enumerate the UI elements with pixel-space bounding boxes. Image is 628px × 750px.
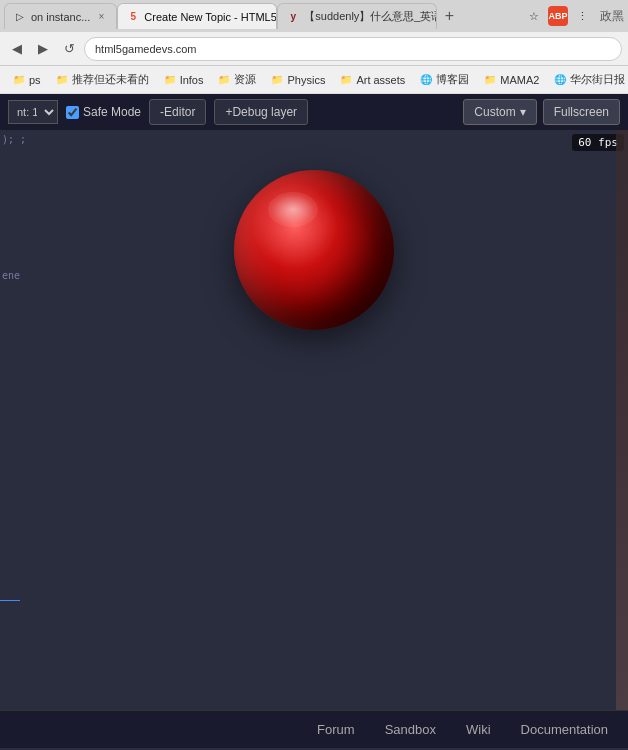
canvas-area: ); ; ene 60 fps <box>0 130 628 710</box>
address-text: html5gamedevs.com <box>95 43 197 55</box>
tab-3[interactable]: y 【suddenly】什么意思_英语su... × <box>277 3 437 29</box>
back-button[interactable]: ◀ <box>6 38 28 60</box>
tab-1-label: on instanc... <box>31 11 90 23</box>
font-size-select[interactable]: nt: 12 <box>8 100 58 124</box>
fullscreen-button[interactable]: Fullscreen <box>543 99 620 125</box>
bookmark-wsj-label: 华尔街日报 <box>570 72 625 87</box>
bookmark-physics-label: Physics <box>287 74 325 86</box>
ball-highlight <box>268 192 318 227</box>
bookmark-wsj[interactable]: 🌐 华尔街日报 <box>547 70 628 89</box>
bookmark-mama2-icon: 📁 <box>483 73 497 87</box>
code-line-1: ); ; <box>2 134 26 145</box>
new-tab-button[interactable]: + <box>437 4 461 28</box>
safe-mode-toggle[interactable]: Safe Mode <box>66 105 141 119</box>
bookmark-art-assets[interactable]: 📁 Art assets <box>333 71 411 89</box>
tab-2[interactable]: 5 Create New Topic - HTML5 G... × <box>117 3 277 29</box>
footer-forum-link[interactable]: Forum <box>317 722 355 737</box>
bookmark-cnblogs[interactable]: 🌐 博客园 <box>413 70 475 89</box>
footer: Forum Sandbox Wiki Documentation <box>0 710 628 748</box>
star-icon[interactable]: ☆ <box>524 6 544 26</box>
code-line-2: ene <box>2 270 20 281</box>
main-area: ); ; ene 60 fps <box>0 130 628 710</box>
tab-bar: ▷ on instanc... × 5 Create New Topic - H… <box>0 0 628 32</box>
tab-1-favicon: ▷ <box>13 10 27 24</box>
ball-container <box>234 170 394 330</box>
bookmark-infos-icon: 📁 <box>163 73 177 87</box>
tab-2-favicon: 5 <box>126 10 140 24</box>
browser-top-right: ☆ ABP ⋮ 政黑 <box>524 6 624 26</box>
bookmark-recommended-label: 推荐但还未看的 <box>72 72 149 87</box>
custom-button-label: Custom <box>474 105 515 119</box>
bookmark-cnblogs-label: 博客园 <box>436 72 469 87</box>
bookmark-infos[interactable]: 📁 Infos <box>157 71 210 89</box>
tab-1[interactable]: ▷ on instanc... × <box>4 3 117 29</box>
bookmark-mama2-label: MAMA2 <box>500 74 539 86</box>
bookmark-ps[interactable]: 📁 ps <box>6 71 47 89</box>
debug-layer-button[interactable]: +Debug layer <box>214 99 308 125</box>
top-right-text: 政黑 <box>600 8 624 25</box>
blue-line <box>0 600 20 601</box>
toolbar: nt: 12 Safe Mode -Editor +Debug layer Cu… <box>0 94 628 130</box>
custom-dropdown-icon: ▾ <box>520 105 526 119</box>
tab-3-favicon: y <box>286 10 300 24</box>
bookmark-ps-label: ps <box>29 74 41 86</box>
adblock-icon[interactable]: ABP <box>548 6 568 26</box>
bookmark-cnblogs-icon: 🌐 <box>419 73 433 87</box>
bookmark-art-assets-label: Art assets <box>356 74 405 86</box>
address-bar-row: ◀ ▶ ↺ html5gamedevs.com <box>0 32 628 66</box>
bookmark-resources-label: 资源 <box>234 72 256 87</box>
bookmark-resources-icon: 📁 <box>217 73 231 87</box>
bookmark-mama2[interactable]: 📁 MAMA2 <box>477 71 545 89</box>
bookmark-resources[interactable]: 📁 资源 <box>211 70 262 89</box>
bookmark-recommended[interactable]: 📁 推荐但还未看的 <box>49 70 155 89</box>
toolbar-right: Custom ▾ Fullscreen <box>463 99 620 125</box>
tab-1-close[interactable]: × <box>94 10 108 24</box>
bookmark-recommended-icon: 📁 <box>55 73 69 87</box>
custom-button[interactable]: Custom ▾ <box>463 99 536 125</box>
forward-button[interactable]: ▶ <box>32 38 54 60</box>
footer-sandbox-link[interactable]: Sandbox <box>385 722 436 737</box>
footer-wiki-link[interactable]: Wiki <box>466 722 491 737</box>
right-edge-artifact <box>616 130 628 710</box>
footer-documentation-link[interactable]: Documentation <box>521 722 608 737</box>
tab-3-label: 【suddenly】什么意思_英语su... <box>304 9 437 24</box>
bookmark-infos-label: Infos <box>180 74 204 86</box>
bookmark-art-assets-icon: 📁 <box>339 73 353 87</box>
bookmark-ps-icon: 📁 <box>12 73 26 87</box>
browser-chrome: ▷ on instanc... × 5 Create New Topic - H… <box>0 0 628 94</box>
bookmark-physics-icon: 📁 <box>270 73 284 87</box>
safe-mode-checkbox[interactable] <box>66 106 79 119</box>
bookmarks-bar: 📁 ps 📁 推荐但还未看的 📁 Infos 📁 资源 📁 Physics 📁 … <box>0 66 628 94</box>
tab-2-label: Create New Topic - HTML5 G... <box>144 11 277 23</box>
menu-icon[interactable]: ⋮ <box>572 6 592 26</box>
bookmark-physics[interactable]: 📁 Physics <box>264 71 331 89</box>
address-bar[interactable]: html5gamedevs.com <box>84 37 622 61</box>
refresh-button[interactable]: ↺ <box>58 38 80 60</box>
3d-ball <box>234 170 394 330</box>
bookmark-wsj-icon: 🌐 <box>553 73 567 87</box>
safe-mode-label: Safe Mode <box>83 105 141 119</box>
editor-button[interactable]: -Editor <box>149 99 206 125</box>
